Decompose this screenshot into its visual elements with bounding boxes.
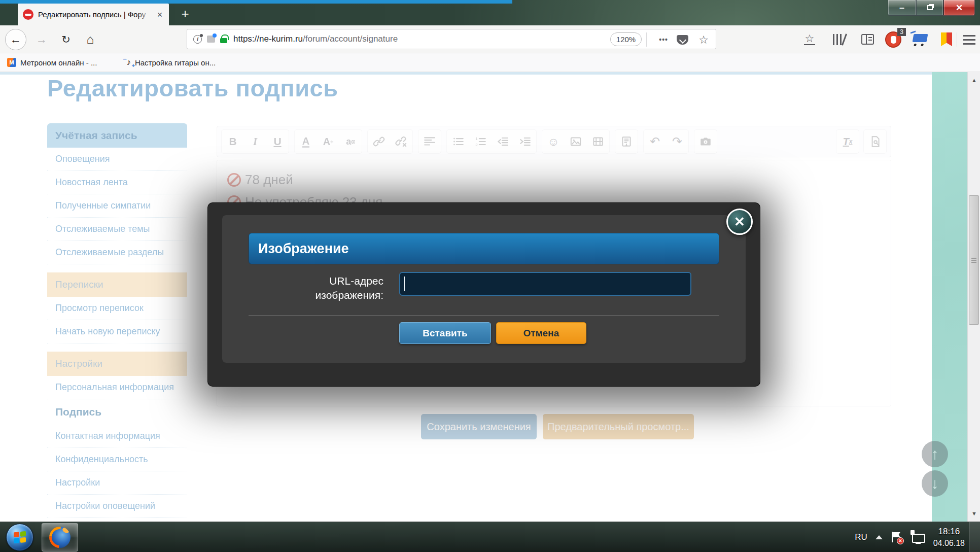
preview-button[interactable]: Предварительный просмотр... [543, 414, 694, 439]
back-button[interactable]: ← [4, 25, 27, 53]
firefox-taskbar-button[interactable] [42, 523, 78, 551]
align-button[interactable] [418, 130, 441, 153]
scrollbar-thumb[interactable] [969, 195, 979, 325]
save-changes-button[interactable]: Сохранить изменения [421, 414, 537, 439]
home-button[interactable]: ⌂ [80, 25, 100, 53]
indent-button[interactable] [514, 130, 536, 153]
insert-button[interactable]: Вставить [399, 322, 491, 344]
bookmark-item-guitar-tuner[interactable]: ♪ Настройка гитары он... [126, 57, 216, 67]
shopping-extension-button[interactable] [910, 30, 930, 49]
scroll-to-bottom-button[interactable]: ↓ [922, 470, 948, 497]
sidebar-item-view-convos[interactable]: Просмотр переписок [47, 297, 187, 320]
pocket-icon[interactable] [677, 35, 688, 45]
restore-button[interactable] [916, 0, 943, 16]
remove-link-button[interactable] [390, 130, 412, 153]
window-controls: – ✕ [888, 0, 975, 16]
source-wrench-icon [868, 135, 882, 148]
browser-tab[interactable]: Редактировать подпись | Фору × [18, 4, 169, 25]
bullet-list-button[interactable] [447, 130, 469, 153]
page-title: Редактировать подпись [47, 74, 338, 102]
sidebar-item-signature[interactable]: Подпись [47, 399, 187, 425]
new-tab-button[interactable]: + [176, 6, 194, 22]
document-icon [620, 135, 633, 148]
sidebar-item-alerts[interactable]: Оповещения [47, 148, 187, 171]
source-button[interactable] [864, 130, 886, 153]
browser-scrollbar[interactable]: ▲ ▼ [967, 72, 980, 522]
tab-close-icon[interactable]: × [154, 9, 166, 21]
sidebar-item-contact-info[interactable]: Контактная информация [47, 425, 187, 448]
signature-text: 78 дней [245, 172, 293, 188]
text-transform-button[interactable]: aα [339, 130, 362, 153]
redo-button[interactable]: ↷ [666, 130, 688, 153]
bookmark-star-icon[interactable]: ☆ [698, 29, 709, 50]
indent-icon [518, 135, 532, 148]
reload-button[interactable]: ↻ [56, 25, 76, 53]
url-bar[interactable]: i https://ne-kurim.ru/forum/account/sign… [187, 29, 716, 49]
adblock-button[interactable]: 3 [882, 30, 905, 49]
library-icon [833, 34, 845, 45]
sidebar-item-alert-prefs[interactable]: Настройки оповещений [47, 495, 187, 518]
sidebar-item-privacy[interactable]: Конфиденциальность [47, 448, 187, 471]
start-button[interactable] [6, 524, 33, 551]
sidebar-item-personal-info[interactable]: Персональная информация [47, 376, 187, 399]
drafts-button[interactable] [615, 130, 638, 153]
italic-button[interactable]: I [244, 130, 266, 153]
case-icon: a [346, 136, 351, 147]
cancel-button[interactable]: Отмена [496, 322, 586, 344]
sidebar-toggle-button[interactable] [857, 30, 878, 49]
sidebar-item-new-convo[interactable]: Начать новую переписку [47, 320, 187, 343]
bookmark-item-metronome[interactable]: M Метроном онлайн - ... [7, 58, 97, 67]
close-window-button[interactable]: ✕ [943, 0, 975, 16]
form-actions: Сохранить изменения Предварительный прос… [421, 414, 694, 439]
show-desktop-button[interactable] [969, 522, 980, 552]
account-sidebar: Учётная запись Оповещения Новостная лент… [47, 123, 187, 518]
dialog-close-button[interactable]: ✕ [726, 209, 753, 235]
image-url-input[interactable] [399, 272, 691, 296]
camera-icon [699, 135, 712, 148]
scroll-to-top-button[interactable]: ↑ [922, 441, 948, 467]
network-icon[interactable] [911, 531, 925, 543]
flag-bookmark-icon [941, 32, 952, 46]
font-size-button[interactable]: A÷ [317, 130, 339, 153]
link-icon [372, 135, 386, 148]
sidebar-item-likes[interactable]: Полученные симпатии [47, 194, 187, 218]
minimize-button[interactable]: – [888, 0, 916, 16]
bold-button[interactable]: B [222, 130, 244, 153]
scrollbar-up-arrow[interactable]: ▲ [968, 77, 980, 83]
zoom-level-badge[interactable]: 120% [610, 32, 642, 46]
underline-button[interactable]: U [266, 130, 289, 153]
save-to-toolbar-button[interactable]: ☆ [799, 30, 820, 49]
dialog-divider [249, 316, 719, 316]
screenshot-button[interactable] [694, 130, 717, 153]
back-icon: ← [5, 29, 26, 50]
forward-button[interactable]: → [31, 25, 52, 53]
bookmark-extension-button[interactable] [937, 30, 956, 49]
action-center-icon[interactable]: ✕ [891, 531, 903, 543]
insert-media-button[interactable] [587, 130, 609, 153]
undo-button[interactable]: ↶ [644, 130, 666, 153]
sidebar-item-watched-forums[interactable]: Отслеживаемые разделы [47, 241, 187, 264]
page-actions-icon[interactable]: ••• [659, 29, 668, 50]
scrollbar-down-arrow[interactable]: ▼ [968, 510, 980, 516]
lock-icon[interactable] [220, 38, 227, 43]
sidebar-item-watched-threads[interactable]: Отслеживаемые темы [47, 218, 187, 241]
sidebar-item-news-feed[interactable]: Новостная лента [47, 171, 187, 194]
svg-text:1: 1 [475, 136, 478, 141]
smiley-button[interactable]: ☺ [542, 130, 565, 153]
show-hidden-icons-button[interactable] [876, 535, 883, 539]
library-button[interactable] [829, 30, 849, 49]
numbered-list-button[interactable]: 12 [469, 130, 492, 153]
outdent-button[interactable] [492, 130, 514, 153]
permissions-icon[interactable] [207, 36, 215, 43]
insert-image-button[interactable] [565, 130, 587, 153]
text-color-button[interactable]: A [295, 130, 317, 153]
language-indicator[interactable]: RU [855, 532, 867, 542]
taskbar-clock[interactable]: 18:16 04.06.18 [933, 526, 965, 549]
menu-button[interactable] [960, 30, 979, 49]
sidebar-item-preferences[interactable]: Настройки [47, 471, 187, 495]
insert-link-button[interactable] [368, 130, 390, 153]
info-icon[interactable]: i [193, 35, 202, 44]
url-text[interactable]: https://ne-kurim.ru/forum/account/signat… [233, 34, 398, 44]
url-protocol: https:// [233, 34, 259, 44]
remove-format-button[interactable]: Tx [836, 130, 859, 153]
